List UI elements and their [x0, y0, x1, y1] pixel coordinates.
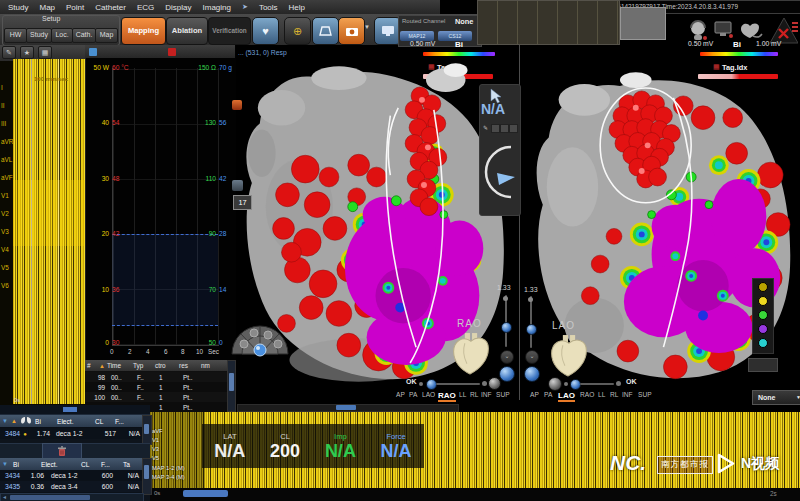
menu-point[interactable]: Point — [66, 3, 84, 12]
mapping-button[interactable]: Mapping — [121, 17, 166, 45]
ok-label-left[interactable]: OK — [406, 378, 417, 385]
scroll-thumb[interactable] — [336, 405, 356, 410]
sort-icon[interactable]: ▲ — [99, 363, 107, 369]
view-ball-right[interactable] — [548, 377, 562, 391]
tab-cath[interactable]: Cath. — [72, 28, 96, 43]
annotation-row[interactable]: 3484 ● 1.74 deca 1-2 517 N/A — [0, 428, 142, 439]
gauge-box-3[interactable] — [509, 124, 518, 133]
menu-catheter[interactable]: Catheter — [95, 3, 126, 12]
orient-rao-right[interactable]: RAO — [580, 391, 594, 398]
orientation-heart-icon-left[interactable] — [450, 331, 492, 376]
grid-icon[interactable]: ▦ — [38, 46, 52, 59]
ablation-selection-region[interactable] — [112, 234, 218, 326]
annotate-icon[interactable]: ✎ — [2, 46, 16, 59]
orient-sup-left[interactable]: SUP — [496, 391, 510, 398]
verification-button[interactable]: Verification — [208, 17, 251, 45]
delete-point-tab[interactable] — [42, 443, 82, 459]
zoom-slider-thumb-left[interactable] — [501, 322, 512, 333]
graph-indicator-blue[interactable] — [89, 48, 97, 56]
routed-channel-value[interactable]: None — [455, 17, 473, 26]
star-icon[interactable]: ★ — [20, 46, 34, 59]
sort-icon[interactable]: ▲ — [11, 418, 20, 424]
menu-study[interactable]: Study — [8, 3, 28, 12]
tag-color-cyan[interactable] — [758, 338, 768, 348]
col-f[interactable]: F... — [101, 461, 123, 468]
tab-hw[interactable]: HW — [4, 28, 27, 43]
ablation-button[interactable]: Ablation — [166, 17, 208, 45]
orient-ll-left[interactable]: LL — [459, 391, 466, 398]
orient-ap-left[interactable]: AP — [396, 391, 405, 398]
tag-color-purple[interactable] — [758, 324, 768, 334]
snapshot-dropdown-arrow[interactable]: ▼ — [364, 24, 370, 30]
tables-top-strip[interactable] — [0, 405, 150, 415]
patient-head-icon[interactable] — [688, 19, 708, 41]
points-table-scrollbar[interactable] — [227, 360, 236, 412]
scroll-thumb[interactable] — [63, 407, 77, 412]
reset-view-sphere-right[interactable] — [524, 366, 540, 382]
caliper-line-1[interactable] — [31, 59, 32, 404]
orientation-heart-icon-right[interactable] — [548, 333, 590, 378]
scroll-thumb[interactable] — [229, 373, 234, 391]
col-nm[interactable]: nm — [201, 362, 221, 369]
gauge-box-2[interactable] — [500, 124, 509, 133]
tag-color-green[interactable] — [758, 310, 768, 320]
tag-input-box[interactable] — [748, 358, 778, 372]
tag-color-yellow[interactable] — [758, 296, 768, 306]
orient-inf-right[interactable]: INF — [622, 391, 633, 398]
pan-slider-right[interactable] — [580, 383, 614, 385]
orient-rl-left[interactable]: RL — [470, 391, 478, 398]
scroll-left-arrow[interactable]: ◄ — [2, 494, 7, 500]
rotation-fan-control[interactable] — [228, 298, 292, 358]
gauge-box-1[interactable] — [491, 124, 500, 133]
scroll-thumb[interactable] — [144, 465, 149, 479]
orient-lao-left[interactable]: LAO — [422, 391, 435, 398]
workstation-icon[interactable] — [714, 20, 734, 40]
compass-button[interactable]: ⊕ — [284, 17, 311, 45]
point-row[interactable]: 10000..F..1Pt.. — [85, 392, 227, 402]
menu-imaging[interactable]: Imaging — [203, 3, 231, 12]
tables-hscrollbar[interactable]: ◄ — [0, 493, 144, 501]
record-indicator-red[interactable] — [168, 48, 176, 56]
menu-tools[interactable]: Tools — [259, 3, 278, 12]
orient-ll-right[interactable]: LL — [598, 391, 605, 398]
point-row[interactable]: 9800..F..1Pt.. — [85, 372, 227, 382]
pan-button-left[interactable]: ⌄ — [500, 350, 514, 364]
menu-map[interactable]: Map — [39, 3, 55, 12]
col-bi[interactable]: Bi — [35, 418, 57, 425]
view-ball-left[interactable] — [488, 377, 501, 390]
col-time[interactable]: Time — [107, 362, 133, 369]
tab-study[interactable]: Study — [26, 28, 52, 43]
lower-table-scrollbar[interactable] — [142, 458, 152, 495]
signal-review-popup[interactable] — [477, 0, 620, 45]
orient-rao-left[interactable]: RAO — [438, 391, 456, 402]
zoom-slider-thumb-right[interactable] — [526, 324, 537, 335]
review-scroll-thumb[interactable] — [183, 490, 228, 497]
col-typ[interactable]: Typ — [133, 362, 155, 369]
zoom-slider-left[interactable] — [505, 295, 507, 347]
col-elect[interactable]: Elect. — [41, 461, 81, 468]
col-f[interactable]: F... — [115, 418, 135, 425]
orient-pa-left[interactable]: PA — [409, 391, 417, 398]
view-tool-icon[interactable] — [232, 180, 243, 191]
col-ta[interactable]: Ta — [123, 461, 137, 468]
orient-inf-left[interactable]: INF — [481, 391, 492, 398]
col-cl[interactable]: CL — [95, 418, 115, 425]
orient-sup-right[interactable]: SUP — [638, 391, 652, 398]
tag-type-dropdown[interactable]: None▼ — [752, 390, 800, 405]
annotation-row[interactable]: 3435 0.36 deca 3-4 600 N/A — [0, 481, 142, 492]
pan-button-right[interactable]: ⌄ — [525, 350, 539, 364]
orient-lao-right[interactable]: LAO — [558, 391, 575, 402]
col-cl[interactable]: CL — [81, 461, 101, 468]
menu-help[interactable]: Help — [289, 3, 305, 12]
annotation-row[interactable]: 3434 1.06 deca 1-2 600 N/A — [0, 470, 142, 481]
zoom-slider-right[interactable] — [530, 296, 532, 348]
monitor-button[interactable] — [374, 17, 401, 45]
tab-loc[interactable]: Loc. — [51, 28, 73, 43]
catheter-heart-icon[interactable] — [739, 20, 762, 40]
map-scroll-strip[interactable] — [237, 404, 459, 412]
tag-color-olive[interactable] — [758, 282, 768, 292]
snapshot-button[interactable] — [338, 17, 365, 45]
reset-view-sphere-left[interactable] — [499, 366, 515, 382]
filter-icon[interactable]: ▼ — [0, 418, 11, 424]
pan-slider-left[interactable] — [436, 383, 480, 385]
